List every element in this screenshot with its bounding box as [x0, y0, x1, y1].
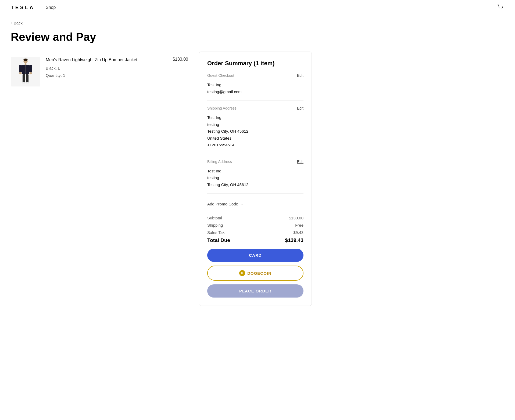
product-color-size: Black, L	[46, 64, 167, 72]
total-due-label: Total Due	[207, 237, 230, 243]
product-item: Men's Raven Lightweight Zip Up Bomber Ja…	[11, 52, 188, 92]
svg-rect-8	[29, 65, 32, 73]
back-arrow-icon: ‹	[11, 21, 12, 25]
summary-title: Order Summary (1 item)	[207, 60, 303, 67]
promo-label: Add Promo Code	[207, 202, 238, 206]
card-button[interactable]: CARD	[207, 249, 303, 262]
shipping-label: Shipping	[207, 223, 223, 227]
shipping-name: Test Ing	[207, 114, 303, 121]
svg-point-10	[29, 72, 32, 74]
shipping-value: Free	[295, 223, 303, 227]
subtotal-label: Subtotal	[207, 216, 222, 220]
billing-line2: Testing City, OH 45612	[207, 181, 303, 188]
tax-row: Sales Tax $9.43	[207, 230, 303, 235]
guest-checkout-email: testing@gmail.com	[207, 88, 303, 95]
svg-point-0	[500, 9, 500, 9]
header: TESLA Shop	[0, 0, 515, 15]
billing-address-label: Billing Address	[207, 160, 232, 164]
order-summary: Order Summary (1 item) Guest Checkout Ed…	[199, 52, 312, 306]
billing-address-section: Billing Address Edit Test Ing testing Te…	[207, 160, 303, 194]
product-image	[11, 57, 40, 86]
guest-checkout-edit[interactable]: Edit	[297, 73, 303, 78]
shipping-line1: testing	[207, 121, 303, 128]
guest-checkout-label: Guest Checkout	[207, 73, 234, 78]
dogecoin-button[interactable]: Ð DOGECOIN	[207, 266, 303, 281]
svg-point-13	[22, 82, 26, 84]
shipping-line2: Testing City, OH 45612	[207, 128, 303, 135]
shipping-country: United States	[207, 135, 303, 142]
totals-section: Subtotal $130.00 Shipping Free Sales Tax…	[207, 210, 303, 298]
shipping-address-edit[interactable]: Edit	[297, 106, 303, 110]
page-title: Review and Pay	[0, 28, 515, 52]
svg-rect-7	[19, 65, 22, 73]
svg-point-3	[23, 59, 28, 61]
shipping-phone: +12015554514	[207, 142, 303, 149]
billing-line1: testing	[207, 174, 303, 181]
billing-name: Test Ing	[207, 168, 303, 175]
main-layout: Men's Raven Lightweight Zip Up Bomber Ja…	[0, 52, 323, 306]
total-due-value: $139.43	[285, 237, 303, 243]
tax-label: Sales Tax	[207, 230, 225, 235]
svg-rect-11	[23, 74, 25, 83]
promo-code-row[interactable]: Add Promo Code ⌄	[207, 199, 303, 209]
promo-chevron-icon: ⌄	[240, 202, 243, 206]
cart-icon[interactable]	[497, 3, 504, 12]
guest-checkout-name: Test Ing	[207, 81, 303, 88]
header-divider	[40, 4, 40, 11]
shop-label[interactable]: Shop	[46, 5, 56, 10]
guest-checkout-section: Guest Checkout Edit Test Ing testing@gma…	[207, 73, 303, 101]
dogecoin-label: DOGECOIN	[247, 271, 271, 276]
product-name: Men's Raven Lightweight Zip Up Bomber Ja…	[46, 57, 167, 63]
subtotal-value: $130.00	[289, 216, 303, 220]
back-label: Back	[14, 21, 23, 25]
product-details: Men's Raven Lightweight Zip Up Bomber Ja…	[46, 57, 167, 79]
tax-value: $9.43	[293, 230, 303, 235]
billing-address-edit[interactable]: Edit	[297, 160, 303, 164]
product-price: $130.00	[173, 57, 188, 62]
svg-rect-15	[25, 63, 27, 65]
tesla-logo: TESLA	[11, 5, 35, 10]
svg-point-1	[502, 9, 502, 9]
back-link[interactable]: ‹ Back	[0, 15, 33, 28]
product-section: Men's Raven Lightweight Zip Up Bomber Ja…	[11, 52, 188, 306]
product-quantity: Quantity: 1	[46, 72, 167, 79]
billing-address-row: Billing Address Edit	[207, 160, 303, 165]
place-order-button[interactable]: PLACE ORDER	[207, 284, 303, 298]
shipping-row: Shipping Free	[207, 223, 303, 227]
total-due-row: Total Due $139.43	[207, 237, 303, 243]
guest-checkout-row: Guest Checkout Edit	[207, 73, 303, 79]
svg-point-14	[26, 82, 29, 84]
dogecoin-icon: Ð	[239, 270, 245, 276]
shipping-address-label: Shipping Address	[207, 106, 237, 110]
subtotal-row: Subtotal $130.00	[207, 216, 303, 220]
shipping-address-section: Shipping Address Edit Test Ing testing T…	[207, 106, 303, 154]
svg-point-9	[19, 72, 22, 74]
svg-rect-12	[26, 74, 28, 83]
shipping-address-row: Shipping Address Edit	[207, 106, 303, 112]
